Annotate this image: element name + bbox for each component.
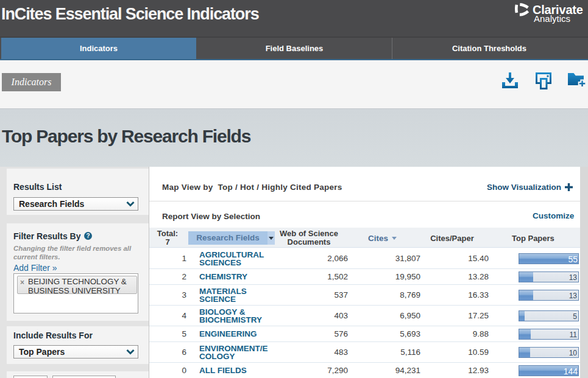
svg-text:Analytics: Analytics	[534, 13, 570, 24]
